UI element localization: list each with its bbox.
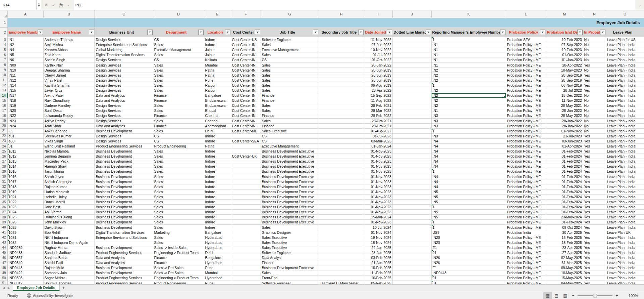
column-title-G[interactable]: Job Title [261, 28, 319, 37]
column-title-B[interactable]: Employee Name [43, 28, 95, 37]
cell[interactable]: Probation Policy - ME [506, 123, 546, 128]
cell[interactable]: 01-Nov-2023 [364, 164, 392, 169]
cell[interactable]: Product Engineering Services [95, 143, 153, 148]
cell[interactable] [392, 169, 431, 174]
cell[interactable]: Sales [153, 52, 204, 57]
cell[interactable]: 10-Jul-2024 [364, 225, 392, 230]
cell[interactable]: Finance [261, 113, 319, 118]
cell[interactable]: Javier Cruz [43, 88, 95, 93]
row-header[interactable]: 21 [0, 128, 7, 133]
cell[interactable] [319, 159, 364, 164]
cell[interactable]: IN15 [7, 88, 43, 93]
cell[interactable]: Probation Policy - ME [506, 265, 546, 270]
cell[interactable]: Sanjana Belda [43, 255, 95, 260]
cell[interactable]: Leave Plan - India [606, 52, 644, 57]
cell[interactable] [392, 245, 431, 250]
cell[interactable]: Probation Policy - ME [506, 47, 546, 52]
cell[interactable]: Yes [583, 169, 606, 174]
cell[interactable] [319, 73, 364, 78]
cell[interactable]: US9 [431, 230, 506, 235]
cell[interactable]: Patna [204, 73, 231, 78]
cell[interactable]: 01-Nov-2024 [364, 230, 392, 235]
row-header[interactable]: 13 [0, 88, 7, 93]
cell[interactable]: 28-Jun-2019 [364, 68, 392, 73]
cell[interactable]: Yes [583, 260, 606, 265]
cell[interactable]: No [583, 98, 606, 103]
row-header[interactable]: 7 [0, 57, 7, 62]
cell[interactable]: IN1 [431, 42, 506, 47]
cell[interactable]: Sales [153, 149, 204, 154]
cell[interactable]: Chennai [204, 118, 231, 123]
cell[interactable]: Rajesh Kumar [43, 184, 95, 189]
name-box-spinner[interactable] [37, 0, 41, 10]
cell[interactable]: Sales [153, 200, 204, 205]
cell[interactable]: Yes [583, 210, 606, 215]
cell[interactable] [319, 174, 364, 179]
cell[interactable]: Sales [261, 103, 319, 108]
cell[interactable]: Probation Policy - ME [506, 184, 546, 189]
cell[interactable]: Business Development [95, 205, 153, 210]
cell[interactable]: Software Engineer [261, 281, 319, 284]
cell[interactable]: Probation Policy - ME [506, 133, 546, 138]
row-header[interactable]: 30 [0, 174, 7, 179]
cell[interactable]: Leave Plan - India [606, 200, 644, 205]
cell[interactable]: Probation Policy - ME [506, 189, 546, 194]
cell[interactable] [231, 149, 261, 154]
row-header[interactable]: 39 [0, 220, 7, 225]
cell[interactable]: 01-Jul-2022 [364, 52, 392, 57]
cell[interactable] [231, 230, 261, 235]
cell[interactable] [319, 245, 364, 250]
cell[interactable] [392, 174, 431, 179]
cell[interactable]: Delhi [204, 250, 231, 255]
cell[interactable]: 01-Nov-2023 [364, 220, 392, 225]
cell[interactable]: Leave Plan - India [606, 113, 644, 118]
cell[interactable]: 10-Nov-2022 [364, 47, 392, 52]
cell[interactable]: Yes [583, 88, 606, 93]
column-header-A[interactable]: A [7, 10, 43, 18]
cell[interactable]: Engineering > Product Team [153, 250, 204, 255]
row-header[interactable]: 43 [0, 240, 7, 245]
filter-button-M[interactable] [577, 30, 583, 35]
cell[interactable]: Probation Policy - ME [506, 138, 546, 143]
cell[interactable] [392, 210, 431, 215]
filter-button-H[interactable] [358, 30, 364, 35]
cell[interactable]: 01 [431, 250, 506, 255]
cell[interactable]: 01-Nov-2023 [364, 174, 392, 179]
cell[interactable]: Engineering > Product Team [153, 275, 204, 281]
cell[interactable] [231, 179, 261, 184]
filter-button-B[interactable] [89, 30, 94, 35]
cell[interactable] [231, 281, 261, 284]
cell[interactable]: Sales [261, 42, 319, 47]
cell[interactable]: CS [153, 37, 204, 42]
cell[interactable] [392, 62, 431, 68]
cell[interactable]: 15-Dec-2022 [546, 93, 583, 98]
row-header[interactable]: 44 [0, 245, 7, 250]
cell[interactable]: Sales Executive [261, 240, 319, 245]
cell[interactable]: Sales [153, 189, 204, 194]
cell[interactable] [95, 240, 153, 245]
filter-button-K[interactable] [500, 30, 505, 35]
cell[interactable]: Aditya Reddy [43, 118, 95, 123]
cell[interactable]: No [583, 42, 606, 47]
cell[interactable]: Leave Plan - India [606, 83, 644, 88]
cell[interactable]: 01-Nov-2023 [364, 205, 392, 210]
confirm-entry-button[interactable]: ✓ [52, 3, 55, 7]
cell[interactable] [231, 194, 261, 199]
cell[interactable]: Leave Plan - India [606, 133, 644, 138]
cell[interactable]: IND0312 [7, 281, 43, 284]
cell[interactable]: Bhopal [204, 108, 231, 113]
cell[interactable]: Leave Plan - India [606, 42, 644, 47]
row-header[interactable]: 48 [0, 265, 7, 270]
cell[interactable]: CS [261, 138, 319, 143]
cell[interactable] [319, 225, 364, 230]
column-header-J[interactable]: J [392, 10, 431, 18]
cell[interactable]: Probation Policy - ME [506, 260, 546, 265]
cell[interactable] [319, 123, 364, 128]
cell[interactable]: Business Development [95, 174, 153, 179]
cell[interactable]: Product Engineering [153, 143, 204, 148]
cell[interactable]: Sandesh Jadhav [43, 250, 95, 255]
cell[interactable]: Design Services [95, 88, 153, 93]
cell[interactable]: Leave Plan - India [606, 215, 644, 220]
cell[interactable]: Indore [204, 174, 231, 179]
cell[interactable]: Graphics Designer [261, 230, 319, 235]
